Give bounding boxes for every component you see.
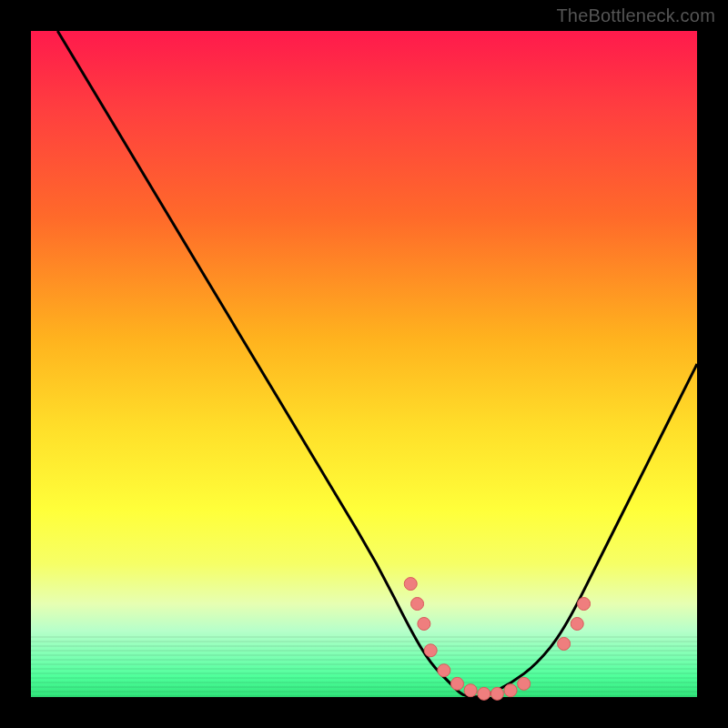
bottleneck-curve [57,31,697,697]
chart-svg [31,31,697,697]
data-point [478,687,490,700]
data-point [450,677,463,690]
data-points [404,578,590,701]
data-point [571,617,583,630]
data-point [404,578,417,591]
data-point [490,687,503,700]
app-frame: TheBottleneck.com [0,0,728,728]
data-point [464,684,477,697]
data-point [411,598,424,611]
data-point [424,644,437,657]
data-point [438,664,450,677]
data-point [418,617,430,630]
plot-background [31,31,697,697]
data-point [558,637,571,650]
plot-area [31,31,697,697]
data-point [504,684,517,697]
watermark-text: TheBottleneck.com [556,5,715,26]
data-point [518,677,531,690]
data-point [578,598,591,611]
